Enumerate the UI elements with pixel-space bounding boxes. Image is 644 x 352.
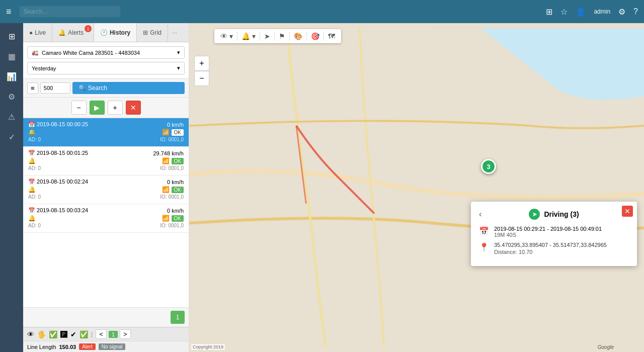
map-popup: ‹ ➤ Driving (3) › ✕ 📅 2019-08-15 00:29:2…: [471, 202, 637, 266]
palette-tool-button[interactable]: 🎨: [292, 31, 304, 41]
playback-minus-button[interactable]: −: [71, 101, 87, 115]
bell-tool-button[interactable]: 🔔 ▾: [239, 31, 258, 41]
table-row[interactable]: 📅 2019-08-15 00:03:24 0 km/h 🔔 📶 OK AD: …: [23, 204, 189, 233]
list-view-button[interactable]: ≡: [27, 82, 38, 94]
playback-plus-button[interactable]: +: [108, 101, 123, 115]
popup-title-text: Driving (3): [544, 210, 579, 218]
search-bar: ≡ 500 🔍 Search: [23, 79, 189, 98]
page-prev-button[interactable]: <: [96, 329, 107, 339]
ok-badge: OK: [172, 215, 184, 222]
google-logo: Google: [598, 344, 614, 350]
pagination-bar: 1: [23, 307, 189, 327]
signal-area: 📶 OK: [162, 157, 184, 164]
vehicle-dropdown[interactable]: 🚛 Camaro White Cama 283501 - 4483034 ▾: [27, 46, 185, 59]
arrow-tool-button[interactable]: ➤: [262, 31, 272, 41]
grid-tab-icon: ⊞: [143, 29, 148, 36]
toolbar-sep-4: [289, 32, 290, 41]
search-button[interactable]: 🔍 Search: [72, 82, 185, 94]
sidebar-icon-chart[interactable]: 📊: [3, 67, 21, 85]
map-copyright: Copyright 2019: [191, 344, 225, 350]
event-filter-icon[interactable]: ✔: [70, 330, 76, 338]
move-filter-icon[interactable]: 🖐: [37, 330, 46, 338]
signal-icon: 📶: [162, 129, 170, 136]
track-date: 📅 2019-08-15 00:00:25: [28, 121, 88, 128]
popup-close-button[interactable]: ✕: [622, 206, 633, 217]
page-1-button[interactable]: 1: [171, 311, 185, 324]
signal-area: 📶 OK: [162, 186, 184, 193]
date-label: Yesterday: [32, 65, 56, 71]
admin-label: admin: [594, 8, 610, 15]
chevron-down-icon: ▾: [177, 49, 180, 56]
popup-header: ‹ ➤ Driving (3) ›: [479, 209, 629, 220]
left-panel: ● Live 🔔 Alerts 1 🕐 History ⊞ Grid ···: [23, 23, 189, 352]
table-row[interactable]: 📅 2019-08-15 00:01:25 29.748 km/h 🔔 📶 OK…: [23, 147, 189, 175]
tab-grid[interactable]: ⊞ Grid: [137, 23, 168, 42]
ok-badge: OK: [172, 129, 184, 136]
date-dropdown[interactable]: Yesterday ▾: [27, 62, 185, 74]
sidebar-icon-alert[interactable]: ⚠: [3, 108, 21, 126]
limit-input[interactable]: 500: [40, 82, 70, 94]
main-layout: ⊞ ▦ 📊 ⚙ ⚠ ✓ ● Live 🔔 Alerts 1 🕐 History …: [0, 23, 644, 352]
sidebar-icon-check[interactable]: ✓: [3, 128, 21, 146]
filter-bar: 👁 🖐 ✅ 🅿 ✔ ✅ | < 1 >: [23, 327, 189, 341]
zoom-out-button[interactable]: −: [194, 71, 209, 86]
table-row[interactable]: 📅 2019-08-15 00:00:25 0 km/h 🔔 📶 OK AD: …: [23, 118, 189, 147]
popup-location-icon: 📍: [479, 242, 489, 252]
no-signal-badge: No signal: [99, 343, 126, 350]
signal-icon: 📶: [162, 215, 170, 222]
ok-badge: OK: [172, 158, 184, 164]
sidebar-icon-layers[interactable]: ⊞: [3, 27, 21, 45]
star-icon[interactable]: ☆: [560, 7, 568, 17]
toolbar-sep-1: [237, 32, 237, 41]
svg-rect-0: [433, 29, 644, 126]
playback-play-button[interactable]: ▶: [90, 101, 105, 115]
calendar-icon: 📅: [28, 207, 35, 213]
eye-tool-button[interactable]: 👁 ▾: [218, 31, 235, 41]
filter-separator: |: [91, 331, 93, 338]
flag-tool-button[interactable]: ⚑: [277, 31, 287, 41]
track-list: 📅 2019-08-15 00:00:25 0 km/h 🔔 📶 OK AD: …: [23, 118, 189, 307]
green-check-icon[interactable]: ✅: [79, 330, 88, 338]
zoom-in-button[interactable]: +: [194, 56, 209, 71]
tab-history[interactable]: 🕐 History: [94, 23, 137, 42]
tab-alerts[interactable]: 🔔 Alerts 1: [52, 23, 94, 42]
map-background: + − 👁 ▾ 🔔 ▾ ➤ ⚑ 🎨 🎯 🗺 3: [189, 23, 644, 352]
parking-filter-icon[interactable]: 🅿: [60, 330, 67, 338]
track-date: 📅 2019-08-15 00:03:24: [28, 207, 88, 214]
sidebar-icon-settings[interactable]: ⚙: [3, 87, 21, 106]
map-pin[interactable]: 3: [481, 159, 496, 174]
help-icon[interactable]: ?: [633, 7, 638, 16]
alert-badge: Alert: [79, 343, 96, 350]
table-row[interactable]: 📅 2019-08-15 00:02:24 0 km/h 🔔 📶 OK AD: …: [23, 175, 189, 204]
popup-prev-button[interactable]: ‹: [479, 210, 481, 219]
layers-tool-button[interactable]: 🗺: [326, 31, 337, 41]
signal-area: 📶 OK: [162, 215, 184, 222]
settings-icon[interactable]: ⚙: [618, 7, 625, 17]
bell-icon-1: 🔔: [28, 157, 36, 164]
global-search-input[interactable]: [20, 6, 120, 17]
grid-icon[interactable]: ⊞: [546, 7, 552, 17]
search-icon: 🔍: [78, 84, 86, 92]
popup-duration: 19M 40S: [494, 232, 602, 238]
calendar-icon: 📅: [28, 179, 35, 185]
location-tool-button[interactable]: 🎯: [309, 31, 321, 41]
alerts-badge: 1: [85, 25, 92, 32]
map-area[interactable]: + − 👁 ▾ 🔔 ▾ ➤ ⚑ 🎨 🎯 🗺 3: [189, 23, 644, 352]
signal-icon: 📶: [162, 157, 170, 164]
vehicle-selector: 🚛 Camaro White Cama 283501 - 4483034 ▾ Y…: [23, 42, 189, 79]
eye-filter-icon[interactable]: 👁: [27, 330, 34, 338]
svg-rect-1: [189, 29, 644, 347]
check-filter-icon[interactable]: ✅: [49, 330, 57, 338]
playback-stop-button[interactable]: ✕: [126, 101, 141, 115]
menu-button[interactable]: ≡: [6, 7, 12, 17]
popup-coordinates: 35.470295,33.895407 - 35.514737,33.84296…: [494, 242, 607, 248]
page-next-button[interactable]: >: [120, 329, 131, 339]
track-date: 📅 2019-08-15 00:02:24: [28, 179, 88, 185]
ok-badge: OK: [172, 187, 184, 193]
popup-time-range: 2019-08-15 00:29:21 - 2019-08-15 00:49:0…: [494, 226, 602, 232]
user-icon: 👤: [576, 7, 586, 17]
tab-live[interactable]: ● Live: [23, 23, 52, 42]
sidebar-icon-grid[interactable]: ▦: [3, 47, 21, 65]
page-navigation: < 1 >: [96, 329, 131, 339]
tab-more[interactable]: ···: [168, 23, 181, 42]
